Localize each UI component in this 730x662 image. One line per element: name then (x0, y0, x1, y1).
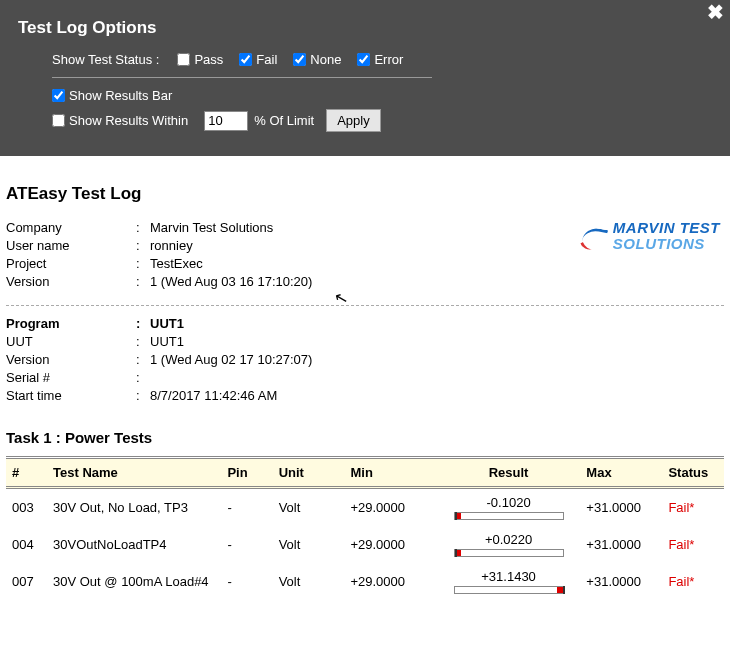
program-label: Program (6, 316, 136, 331)
cell-pin: - (221, 488, 272, 527)
cursor-icon: ↖ (332, 288, 349, 310)
project-meta: MARVIN TEST SOLUTIONS Company:Marvin Tes… (6, 220, 724, 289)
cell-status: Fail* (662, 563, 724, 600)
cell-num: 003 (6, 488, 47, 527)
header-max: Max (580, 458, 662, 488)
within-percent-input[interactable] (204, 111, 248, 131)
log-content: ATEasy Test Log MARVIN TEST SOLUTIONS Co… (0, 156, 730, 620)
cell-max: +31.0000 (580, 526, 662, 563)
table-header-row: # Test Name Pin Unit Min Result Max Stat… (6, 458, 724, 488)
show-results-bar-row: Show Results Bar (52, 88, 712, 103)
filter-pass-label: Pass (194, 52, 223, 67)
show-results-bar-label: Show Results Bar (69, 88, 172, 103)
cell-unit: Volt (273, 488, 345, 527)
table-row: 00330V Out, No Load, TP3-Volt+29.0000-0.… (6, 488, 724, 527)
cell-name: 30VOutNoLoadTP4 (47, 526, 221, 563)
uut-value: UUT1 (150, 334, 724, 349)
header-status: Status (662, 458, 724, 488)
cell-pin: - (221, 563, 272, 600)
filter-error-checkbox[interactable] (357, 53, 370, 66)
table-row: 00430VOutNoLoadTP4-Volt+29.0000+0.0220+3… (6, 526, 724, 563)
program-meta: Program:UUT1 UUT:UUT1 Version:1 (Wed Aug… (6, 316, 724, 403)
serial-value (150, 370, 724, 385)
cell-max: +31.0000 (580, 488, 662, 527)
show-results-within-label: Show Results Within (69, 113, 188, 128)
filter-fail-label: Fail (256, 52, 277, 67)
project-label: Project (6, 256, 136, 271)
filter-fail[interactable]: Fail (239, 52, 277, 67)
table-row: 00730V Out @ 100mA Load#4-Volt+29.0000+3… (6, 563, 724, 600)
version2-value: 1 (Wed Aug 02 17 10:27:07) (150, 352, 724, 367)
filter-fail-checkbox[interactable] (239, 53, 252, 66)
status-filter-row: Show Test Status : Pass Fail None Error (52, 52, 432, 78)
result-bar (454, 586, 564, 594)
program-value: UUT1 (150, 316, 724, 331)
cell-unit: Volt (273, 563, 345, 600)
version1-label: Version (6, 274, 136, 289)
cell-unit: Volt (273, 526, 345, 563)
close-icon[interactable]: ✖ (707, 2, 724, 22)
header-result: Result (437, 458, 581, 488)
cell-pin: - (221, 526, 272, 563)
filter-error[interactable]: Error (357, 52, 403, 67)
result-bar (454, 512, 564, 520)
company-label: Company (6, 220, 136, 235)
options-title: Test Log Options (18, 18, 712, 38)
cell-min: +29.0000 (344, 526, 436, 563)
start-label: Start time (6, 388, 136, 403)
result-bar (454, 549, 564, 557)
filter-pass-checkbox[interactable] (177, 53, 190, 66)
user-label: User name (6, 238, 136, 253)
cell-name: 30V Out @ 100mA Load#4 (47, 563, 221, 600)
cell-max: +31.0000 (580, 563, 662, 600)
task-title: Task 1 : Power Tests (6, 429, 724, 446)
result-value: -0.1020 (487, 495, 531, 510)
test-log-options-panel: ✖ Test Log Options Show Test Status : Pa… (0, 0, 730, 156)
serial-label: Serial # (6, 370, 136, 385)
cell-min: +29.0000 (344, 488, 436, 527)
cell-num: 007 (6, 563, 47, 600)
start-value: 8/7/2017 11:42:46 AM (150, 388, 724, 403)
section-divider (6, 305, 724, 306)
cell-status: Fail* (662, 488, 724, 527)
cell-result: +0.0220 (437, 526, 581, 563)
project-value: TestExec (150, 256, 724, 271)
status-filter-label: Show Test Status : (52, 52, 159, 67)
uut-label: UUT (6, 334, 136, 349)
header-num: # (6, 458, 47, 488)
apply-button[interactable]: Apply (326, 109, 381, 132)
logo-swoosh-icon (581, 228, 607, 252)
cell-name: 30V Out, No Load, TP3 (47, 488, 221, 527)
header-min: Min (344, 458, 436, 488)
result-value: +31.1430 (481, 569, 536, 584)
page-title: ATEasy Test Log (6, 184, 724, 204)
version1-value: 1 (Wed Aug 03 16 17:10:20) (150, 274, 724, 289)
filter-error-label: Error (374, 52, 403, 67)
cell-result: +31.1430 (437, 563, 581, 600)
header-name: Test Name (47, 458, 221, 488)
header-pin: Pin (221, 458, 272, 488)
header-unit: Unit (273, 458, 345, 488)
show-results-within-checkbox[interactable] (52, 114, 65, 127)
logo-line2: SOLUTIONS (613, 236, 720, 252)
results-table: # Test Name Pin Unit Min Result Max Stat… (6, 456, 724, 600)
filter-none[interactable]: None (293, 52, 341, 67)
company-logo: MARVIN TEST SOLUTIONS (581, 220, 720, 252)
show-results-within-row: Show Results Within % Of Limit Apply (52, 109, 712, 132)
cell-result: -0.1020 (437, 488, 581, 527)
cell-min: +29.0000 (344, 563, 436, 600)
version2-label: Version (6, 352, 136, 367)
bar-marker-icon (563, 586, 565, 594)
within-suffix-label: % Of Limit (254, 113, 314, 128)
show-results-bar-checkbox[interactable] (52, 89, 65, 102)
logo-line1: MARVIN TEST (613, 220, 720, 236)
bar-marker-icon (455, 512, 457, 520)
bar-marker-icon (455, 549, 457, 557)
filter-pass[interactable]: Pass (177, 52, 223, 67)
show-results-bar[interactable]: Show Results Bar (52, 88, 172, 103)
cell-status: Fail* (662, 526, 724, 563)
show-results-within[interactable]: Show Results Within (52, 113, 188, 128)
filter-none-label: None (310, 52, 341, 67)
filter-none-checkbox[interactable] (293, 53, 306, 66)
cell-num: 004 (6, 526, 47, 563)
